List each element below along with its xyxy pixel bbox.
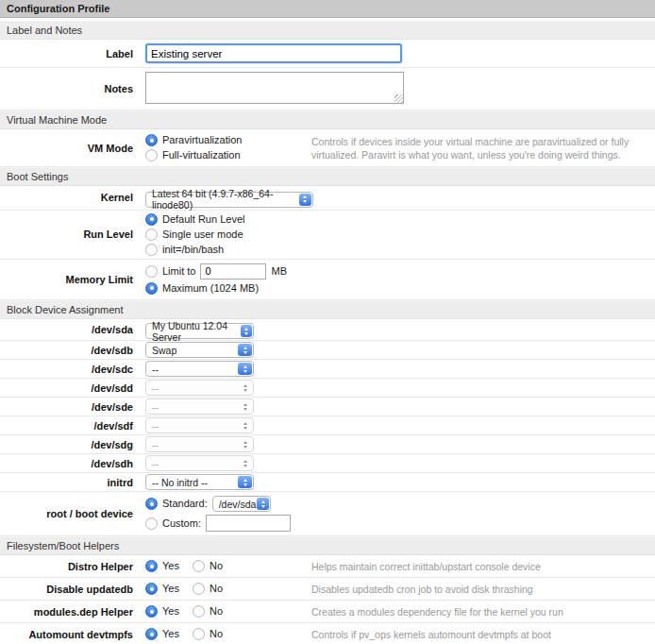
device-label: /dev/sdf xyxy=(0,420,140,432)
radio-paravirtualization[interactable]: Paravirtualization xyxy=(145,133,311,147)
select-value: /dev/sda xyxy=(219,499,257,510)
radio-unselected-icon xyxy=(145,517,158,530)
select-value: -- xyxy=(152,364,159,375)
device-row-sdg: /dev/sdg -- xyxy=(0,435,655,454)
kernel-row: Kernel Latest 64 bit (4.9.7-x86_64-linod… xyxy=(0,186,655,211)
device-select-sdh[interactable]: -- xyxy=(145,455,254,471)
radio-selected-icon xyxy=(145,560,158,572)
vm-mode-row: VM Mode Paravirtualization Full-virtuali… xyxy=(0,129,655,167)
radio-no[interactable]: No xyxy=(193,559,223,573)
label-field-label: Label xyxy=(0,48,140,59)
device-label: /dev/sdg xyxy=(0,439,140,450)
radio-custom-device[interactable]: Custom: xyxy=(145,517,201,531)
radio-yes[interactable]: Yes xyxy=(145,627,179,641)
option-label: No xyxy=(210,582,223,596)
radio-yes[interactable]: Yes xyxy=(145,582,179,596)
device-label: /dev/sdd xyxy=(0,382,140,394)
select-value: -- xyxy=(152,439,159,450)
chevron-up-down-icon xyxy=(241,325,252,337)
radio-unselected-icon xyxy=(145,244,158,256)
helper-help: Controls if pv_ops kernels automount dev… xyxy=(311,628,655,641)
notes-field-label: Notes xyxy=(0,83,140,94)
select-value: -- xyxy=(152,382,159,394)
memory-limit-row: Memory Limit Limit to MB Maximum (1024 M… xyxy=(0,260,655,300)
option-label: Default Run Level xyxy=(162,212,244,227)
radio-unselected-icon xyxy=(145,149,158,161)
initrd-select[interactable]: -- No initrd -- xyxy=(145,474,254,490)
chevron-up-down-icon xyxy=(238,457,252,469)
page-title: Configuration Profile xyxy=(0,0,655,18)
section-block-device: Block Device Assignment xyxy=(0,300,655,319)
radio-standard-device[interactable]: Standard: xyxy=(145,497,208,511)
device-row-sde: /dev/sde -- xyxy=(0,398,655,416)
option-label: init=/bin/bash xyxy=(162,243,224,257)
select-value: -- xyxy=(152,458,159,469)
device-row-sda: /dev/sda My Ubuntu 12.04 Server xyxy=(0,319,655,342)
chevron-up-down-icon xyxy=(299,194,312,206)
option-label: Standard: xyxy=(162,497,208,511)
device-select-sdf[interactable]: -- xyxy=(145,417,254,433)
radio-selected-icon xyxy=(145,498,158,510)
device-select-sde[interactable]: -- xyxy=(145,398,254,415)
notes-textarea[interactable] xyxy=(145,72,404,104)
chevron-up-down-icon xyxy=(238,419,252,432)
custom-device-input[interactable] xyxy=(206,515,291,532)
device-select-sdg[interactable]: -- xyxy=(145,436,254,452)
option-label: Limit to xyxy=(162,264,195,279)
radio-no[interactable]: No xyxy=(193,627,223,641)
radio-yes[interactable]: Yes xyxy=(145,604,179,619)
chevron-up-down-icon xyxy=(238,476,252,488)
device-select-sdc[interactable]: -- xyxy=(145,361,254,377)
device-select-sda[interactable]: My Ubuntu 12.04 Server xyxy=(145,323,254,339)
option-label: Yes xyxy=(162,582,179,596)
chevron-up-down-icon xyxy=(238,344,252,356)
radio-no[interactable]: No xyxy=(193,582,223,596)
helper-help: Creates a modules dependency file for th… xyxy=(311,605,655,619)
helper-help: Helps maintain correct inittab/upstart c… xyxy=(311,560,655,573)
device-label: /dev/sdh xyxy=(0,458,140,469)
kernel-label: Kernel xyxy=(0,192,140,203)
vm-mode-label: VM Mode xyxy=(0,143,140,154)
device-row-sdf: /dev/sdf -- xyxy=(0,416,655,435)
radio-maximum-memory[interactable]: Maximum (1024 MB) xyxy=(145,281,259,296)
radio-init-bin-bash[interactable]: init=/bin/bash xyxy=(145,243,655,257)
option-label: Yes xyxy=(162,604,179,619)
radio-limit-to[interactable]: Limit to xyxy=(145,264,195,279)
device-label: /dev/sda xyxy=(0,324,140,335)
radio-full-virtualization[interactable]: Full-virtualization xyxy=(145,148,311,162)
device-select-sdd[interactable]: -- xyxy=(145,380,254,396)
device-select-sdb[interactable]: Swap xyxy=(145,342,254,358)
section-label-and-notes: Label and Notes xyxy=(0,21,655,40)
label-row: Label xyxy=(0,40,655,68)
option-label: No xyxy=(210,559,223,573)
radio-no[interactable]: No xyxy=(193,604,223,619)
radio-selected-icon xyxy=(145,583,158,595)
radio-default-run-level[interactable]: Default Run Level xyxy=(145,212,655,227)
chevron-up-down-icon xyxy=(238,381,252,394)
radio-single-user-mode[interactable]: Single user mode xyxy=(145,228,655,242)
device-label: /dev/sde xyxy=(0,401,140,413)
option-label: No xyxy=(210,627,223,641)
radio-yes[interactable]: Yes xyxy=(145,559,179,573)
label-input[interactable] xyxy=(145,43,402,63)
kernel-select[interactable]: Latest 64 bit (4.9.7-x86_64-linode80) xyxy=(145,192,313,208)
run-level-row: Run Level Default Run Level Single user … xyxy=(0,211,655,260)
option-label: Yes xyxy=(162,627,179,641)
radio-unselected-icon xyxy=(193,628,205,640)
option-label: Full-virtualization xyxy=(162,148,241,162)
standard-device-select[interactable]: /dev/sda xyxy=(212,496,271,512)
section-vm-mode: Virtual Machine Mode xyxy=(0,110,655,129)
select-value: My Ubuntu 12.04 Server xyxy=(152,320,240,343)
option-label: Maximum (1024 MB) xyxy=(162,281,259,296)
radio-selected-icon xyxy=(145,282,158,295)
initrd-label: initrd xyxy=(0,477,140,488)
helper-row-distro: Distro Helper Yes No Helps maintain corr… xyxy=(0,555,655,578)
helper-row-updatedb: Disable updatedb Yes No Disables updated… xyxy=(0,578,655,601)
chevron-up-down-icon xyxy=(257,498,268,510)
memory-limit-input[interactable] xyxy=(200,263,266,280)
helper-label: Automount devtmpfs xyxy=(0,629,140,640)
radio-selected-icon xyxy=(145,134,158,146)
section-fs-boot-helpers: Filesystem/Boot Helpers xyxy=(0,536,655,555)
vm-mode-help: Controls if devices inside your virtual … xyxy=(311,135,655,161)
chevron-up-down-icon xyxy=(238,400,252,413)
